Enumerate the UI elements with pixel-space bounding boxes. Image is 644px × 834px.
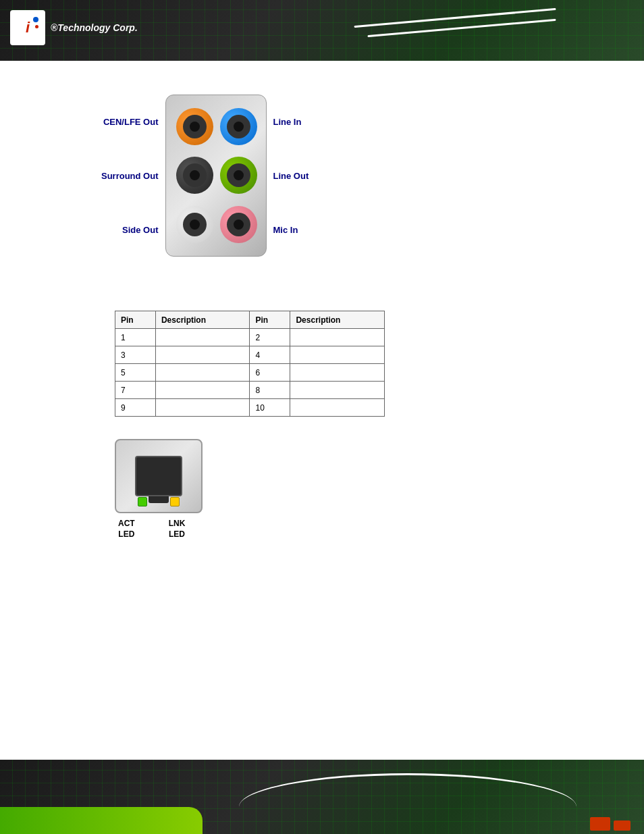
table-cell: Description (290, 311, 385, 329)
label-surround: Surround Out (101, 171, 159, 181)
table-cell: Pin (250, 311, 290, 329)
label-line-in: Line In (273, 117, 309, 127)
footer (0, 760, 644, 834)
table-cell (290, 382, 385, 399)
header-decoration (354, 10, 590, 57)
footer-stripe (0, 807, 203, 834)
lnk-led-indicator (170, 497, 180, 506)
table-cell (290, 364, 385, 382)
act-led-indicator (138, 497, 147, 506)
label-line-out: Line Out (273, 171, 309, 181)
table-cell (155, 329, 250, 346)
table-row: 1 2 (115, 329, 385, 346)
logo-box: i (10, 10, 45, 45)
audio-diagram: CEN/LFE Out Surround Out Side Out Line I… (101, 95, 308, 257)
table-cell (155, 364, 250, 382)
table-cell: 3 (115, 346, 156, 364)
footer-chip-2 (614, 820, 630, 831)
table-row: 9 10 (115, 399, 385, 417)
logo-area: i ®Technology Corp. (10, 10, 138, 45)
table-cell: 4 (250, 346, 290, 364)
table-row: 3 4 (115, 346, 385, 364)
jack-mic-in (220, 206, 257, 243)
jack-line-out (220, 157, 257, 194)
main-content: CEN/LFE Out Surround Out Side Out Line I… (0, 61, 644, 760)
act-led-label: ACTLED (118, 519, 135, 540)
table-cell: 1 (115, 329, 156, 346)
table-cell: 7 (115, 382, 156, 399)
table-cell (155, 382, 250, 399)
table-cell: 8 (250, 382, 290, 399)
logo-dot-blue (33, 17, 38, 22)
table-cell: 9 (115, 399, 156, 417)
jack-line-in (220, 108, 257, 145)
rj45-port (135, 456, 182, 496)
logo-i-text: i (26, 19, 30, 36)
table-row: 5 6 (115, 364, 385, 382)
table-row: 7 8 (115, 382, 385, 399)
label-side: Side Out (101, 225, 159, 235)
table-cell: 2 (250, 329, 290, 346)
table-cell (155, 346, 250, 364)
table-cell: Pin (115, 311, 156, 329)
table-cell (155, 399, 250, 417)
logo-dot-red (35, 25, 38, 28)
header: i ®Technology Corp. (0, 0, 644, 61)
jack-surround (176, 157, 213, 194)
label-mic-in: Mic In (273, 225, 309, 235)
table-cell (290, 329, 385, 346)
lnk-led-label: LNKLED (169, 519, 186, 540)
pin-table-container: Pin Description Pin Description 1 2 3 4 … (115, 311, 385, 417)
audio-labels-left: CEN/LFE Out Surround Out Side Out (101, 95, 159, 257)
table-row: Pin Description Pin Description (115, 311, 385, 329)
footer-chip-1 (590, 817, 610, 831)
table-cell: 10 (250, 399, 290, 417)
jack-side (176, 206, 213, 243)
audio-panel (165, 95, 267, 257)
led-indicators (116, 497, 201, 506)
pin-table: Pin Description Pin Description 1 2 3 4 … (115, 311, 385, 417)
footer-components (590, 817, 630, 831)
network-diagram: ACTLED LNKLED (115, 439, 203, 540)
label-cen-lfe: CEN/LFE Out (101, 117, 159, 127)
audio-labels-right: Line In Line Out Mic In (273, 95, 309, 257)
table-cell (290, 399, 385, 417)
jack-cen-lfe (176, 108, 213, 145)
table-cell: Description (155, 311, 250, 329)
table-cell: 5 (115, 364, 156, 382)
table-cell (290, 346, 385, 364)
led-labels: ACTLED LNKLED (115, 519, 185, 540)
logo-text: ®Technology Corp. (51, 22, 138, 33)
table-cell: 6 (250, 364, 290, 382)
footer-curve (239, 773, 576, 834)
rj45-connector (115, 439, 203, 513)
